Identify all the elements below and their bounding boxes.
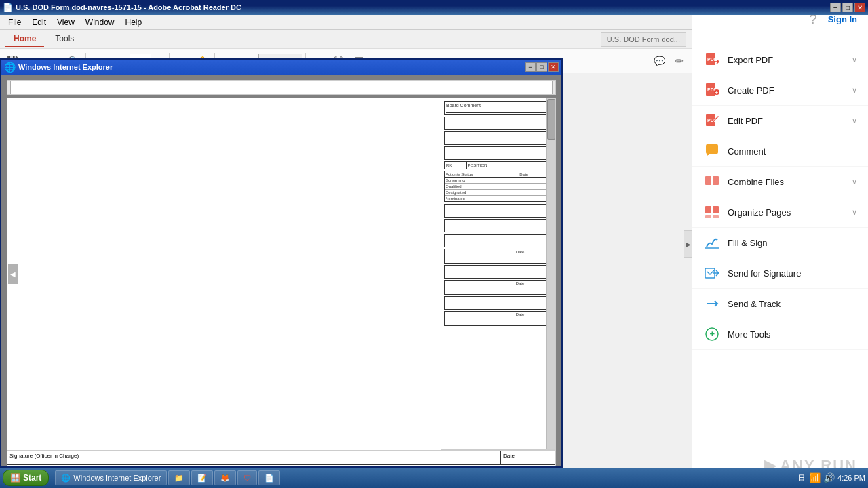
pencil-toolbar-button[interactable]: ✏ (670, 52, 689, 70)
more-tools-icon: + (703, 325, 721, 343)
scroll-thumb[interactable] (547, 99, 555, 140)
taskbar-tray: 🖥 📶 🔊 4:26 PM (797, 472, 865, 483)
tab-tools[interactable]: Tools (47, 31, 82, 47)
pdf-toolbar-area (7, 80, 556, 95)
organize-pages-left: Organize Pages (703, 203, 791, 221)
doc-tab[interactable]: U.S. DOD Form dod... (601, 32, 686, 47)
qualified-row: Qualified (445, 184, 552, 190)
restore-button[interactable]: □ (842, 3, 853, 12)
fill-sign-icon (703, 234, 721, 251)
taskbar-acrobat-item[interactable]: 📄 (258, 470, 280, 485)
comments-field: Comments (7, 465, 555, 466)
edit-pdf-label: Edit PDF (728, 116, 763, 126)
tray-network-icon: 📶 (809, 472, 821, 483)
create-pdf-tool[interactable]: PDF + Create PDF ∨ (692, 75, 868, 106)
menu-edit[interactable]: Edit (26, 16, 52, 28)
designated-row: Designated (445, 190, 552, 196)
tab-home[interactable]: Home (5, 31, 44, 47)
taskbar-explorer-item[interactable]: 📁 (168, 470, 190, 485)
svg-text:+: + (715, 89, 719, 96)
action-header-row: Action/e Status Date (445, 171, 552, 178)
pdf-search-input[interactable] (10, 81, 553, 94)
pdf-pages-container: ◀ Board Comment RK POSITION (7, 98, 556, 450)
pdf-page-right: Board Comment RK POSITION Action/e (441, 98, 556, 450)
qualified-label: Qualified (446, 184, 519, 188)
organize-pages-tool[interactable]: Organize Pages ∨ (692, 197, 868, 228)
svg-rect-10 (705, 206, 711, 214)
send-signature-tool[interactable]: Send for Signature (692, 258, 868, 289)
right-panel-toggle[interactable]: ▶ (684, 230, 692, 258)
svg-rect-13 (713, 215, 719, 218)
taskbar-firefox-item[interactable]: 🦊 (214, 470, 236, 485)
acrobat-app-icon: 📄 (3, 3, 13, 12)
blank-field-7 (444, 265, 553, 279)
fill-sign-tool[interactable]: Fill & Sign (692, 228, 868, 258)
signature-officer-field: Signature (Officer in Charge) (7, 451, 501, 464)
designated-label: Designated (446, 190, 519, 195)
organize-pages-icon (703, 203, 721, 221)
taskbar-acrobat-icon: 📄 (264, 474, 274, 483)
blank-field-6 (444, 234, 553, 247)
export-pdf-chevron: ∨ (852, 56, 857, 64)
create-pdf-label: Create PDF (728, 85, 774, 96)
sign-in-button[interactable]: Sign In (828, 14, 857, 24)
screening-label: Screaming (446, 178, 519, 182)
combine-files-label: Combine Files (728, 177, 784, 187)
board-comment-field: Board Comment (444, 101, 553, 115)
send-signature-left: Send for Signature (703, 264, 801, 282)
taskbar-antivirus-item[interactable]: 🛡 (237, 470, 257, 485)
svg-rect-15 (705, 268, 715, 278)
signature-date-field: Date (501, 451, 555, 464)
ie-restore-button[interactable]: □ (536, 62, 547, 72)
combine-files-icon (703, 173, 721, 190)
taskbar-firefox-icon: 🦊 (220, 474, 230, 483)
menu-window[interactable]: Window (80, 16, 120, 28)
more-tools-tool[interactable]: + More Tools (692, 319, 868, 350)
fill-sign-label: Fill & Sign (728, 238, 768, 248)
taskbar-ie-item[interactable]: 🌐 Windows Internet Explorer (55, 470, 167, 485)
send-track-tool[interactable]: Send & Track (692, 289, 868, 319)
ie-close-button[interactable]: ✕ (548, 62, 559, 72)
pdf-area: ◀ Board Comment RK POSITION (1, 75, 561, 466)
taskbar-ie-icon: 🌐 (61, 474, 71, 483)
blank-field-4 (444, 204, 553, 218)
send-track-icon (703, 295, 721, 312)
send-track-label: Send & Track (728, 299, 781, 309)
comment-tool[interactable]: Comment (692, 136, 868, 167)
ie-titlebar: 🌐 Windows Internet Explorer − □ ✕ (1, 60, 561, 75)
ie-title-left: 🌐 Windows Internet Explorer (4, 62, 113, 73)
menu-view[interactable]: View (52, 16, 80, 28)
taskbar-notepad-icon: 📝 (197, 474, 207, 483)
export-pdf-tool[interactable]: PDF Export PDF ∨ (692, 45, 868, 75)
taskbar-notepad-item[interactable]: 📝 (191, 470, 213, 485)
left-nav-indicator[interactable]: ◀ (8, 264, 18, 284)
acrobat-menubar: File Edit View Window Help (0, 15, 692, 30)
combine-files-tool[interactable]: Combine Files ∨ (692, 167, 868, 197)
more-tools-label: More Tools (728, 329, 770, 340)
title-bar: 📄 U.S. DOD Form dod-navres-1571-15 - Ado… (0, 0, 868, 15)
menu-help[interactable]: Help (120, 16, 148, 28)
sig-date-inner-1: Date (445, 249, 552, 263)
ie-minimize-button[interactable]: − (525, 62, 536, 72)
close-button[interactable]: ✕ (854, 3, 865, 12)
organize-pages-label: Organize Pages (728, 207, 791, 218)
nominated-label: Nominated (446, 197, 519, 201)
svg-text:PDF: PDF (707, 57, 717, 62)
svg-text:+: + (710, 329, 715, 339)
taskbar-antivirus-icon: 🛡 (243, 474, 251, 482)
acrobat-right-panel: ? Sign In PDF Export PDF ∨ (692, 0, 868, 488)
create-pdf-chevron: ∨ (852, 86, 857, 95)
start-button[interactable]: 🪟 Start (3, 470, 49, 486)
create-pdf-icon: PDF + (703, 81, 721, 99)
create-pdf-left: PDF + Create PDF (703, 81, 774, 99)
sig-line-3 (445, 312, 515, 325)
minimize-button[interactable]: − (830, 3, 841, 12)
comment-toolbar-button[interactable]: 💬 (650, 52, 669, 70)
combine-files-chevron: ∨ (852, 178, 857, 186)
right-panel-toggle-icon: ▶ (686, 241, 691, 248)
svg-rect-8 (705, 176, 711, 185)
menu-file[interactable]: File (3, 16, 26, 28)
scrollbar[interactable] (546, 98, 555, 449)
edit-pdf-tool[interactable]: PDF Edit PDF ∨ (692, 106, 868, 136)
sig-date-row-2: Date (444, 280, 553, 295)
